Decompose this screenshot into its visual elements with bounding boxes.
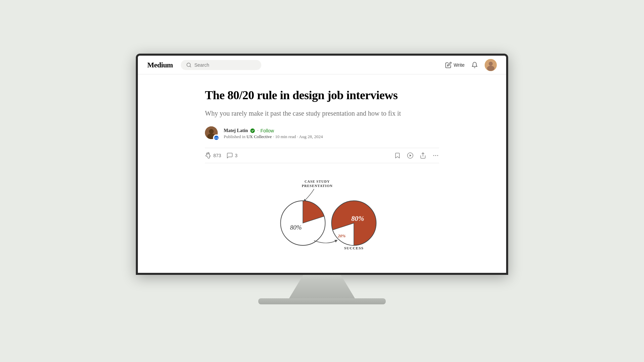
listen-button[interactable]	[407, 152, 414, 159]
read-time: 10 min read	[275, 134, 296, 139]
svg-line-1	[190, 66, 191, 67]
comment-count: 3	[235, 153, 237, 158]
navbar: Medium Write	[138, 56, 506, 74]
svg-point-10	[250, 128, 255, 133]
published-prefix: Published in	[224, 134, 246, 139]
author-meta: Published in UX Collective · 10 min read…	[224, 134, 323, 139]
share-icon	[420, 152, 426, 159]
monitor-stand-neck	[275, 275, 369, 298]
svg-text:20%: 20%	[308, 211, 316, 216]
save-icon	[394, 152, 401, 159]
illustration-container: CASE STUDY PRESENTATION	[205, 177, 439, 250]
user-avatar[interactable]	[485, 59, 497, 71]
publication-link[interactable]: UX Collective	[247, 134, 272, 139]
comment-icon	[226, 152, 233, 159]
clap-count: 873	[213, 153, 221, 158]
main-content: The 80/20 rule in design job interviews …	[138, 74, 506, 273]
actions-row: 873 3	[205, 148, 439, 163]
navbar-right: Write	[445, 59, 497, 71]
clap-button[interactable]: 873	[205, 152, 221, 159]
svg-point-16	[437, 155, 438, 156]
actions-right	[394, 152, 439, 159]
svg-text:PRESENTATION: PRESENTATION	[302, 184, 333, 188]
author-row: UX Matej Latin · Follow	[205, 126, 439, 141]
svg-point-4	[487, 66, 494, 71]
author-avatar-badge: UX	[213, 134, 220, 141]
publication-badge: UX	[214, 135, 219, 140]
actions-left: 873 3	[205, 152, 237, 159]
svg-text:80%: 80%	[351, 215, 364, 223]
share-button[interactable]	[420, 152, 426, 159]
save-button[interactable]	[394, 152, 401, 159]
author-name-row: Matej Latin · Follow	[224, 128, 323, 133]
monitor-stand-base	[258, 298, 386, 304]
bell-icon[interactable]	[471, 62, 478, 68]
search-bar[interactable]	[181, 60, 261, 70]
comment-button[interactable]: 3	[226, 152, 237, 159]
svg-text:80%: 80%	[290, 224, 302, 231]
write-icon	[445, 62, 452, 68]
svg-text:CASE STUDY: CASE STUDY	[305, 180, 330, 183]
pareto-illustration: CASE STUDY PRESENTATION	[258, 177, 386, 250]
more-icon	[432, 152, 439, 159]
svg-point-6	[209, 129, 214, 134]
verified-icon	[250, 128, 255, 133]
svg-point-15	[435, 155, 436, 156]
svg-point-14	[433, 155, 434, 156]
brand-logo[interactable]: Medium	[147, 61, 173, 69]
article-subtitle: Why you rarely make it past the case stu…	[205, 108, 439, 118]
search-icon	[186, 62, 192, 68]
avatar-image	[485, 59, 497, 71]
author-info: Matej Latin · Follow Published in UX Col…	[224, 128, 323, 139]
article-title: The 80/20 rule in design job interviews	[205, 88, 439, 103]
svg-point-3	[489, 62, 493, 66]
svg-text:20%: 20%	[338, 234, 346, 238]
dot-separator: ·	[257, 128, 259, 133]
more-button[interactable]	[432, 152, 439, 159]
svg-text:UX: UX	[215, 137, 218, 139]
author-avatar: UX	[205, 126, 220, 141]
publish-date: Aug 28, 2024	[299, 134, 323, 139]
svg-marker-12	[410, 155, 411, 157]
author-name[interactable]: Matej Latin	[224, 128, 248, 133]
write-button[interactable]: Write	[445, 62, 465, 68]
play-icon	[407, 152, 414, 159]
follow-button[interactable]: Follow	[260, 128, 274, 133]
clap-icon	[205, 152, 212, 159]
write-label: Write	[454, 62, 465, 68]
monitor-screen: Medium Write	[136, 54, 508, 275]
svg-text:SUCCESS: SUCCESS	[344, 246, 364, 250]
monitor-wrapper: Medium Write	[136, 54, 508, 308]
search-input[interactable]	[194, 62, 256, 68]
